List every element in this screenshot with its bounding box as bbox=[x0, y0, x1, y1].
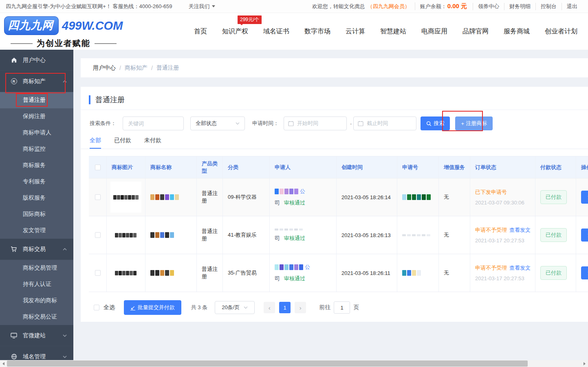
price-badge: 299元/个 bbox=[238, 15, 262, 24]
tab-unpaid[interactable]: 未付款 bbox=[144, 137, 161, 149]
application-no-cell bbox=[397, 216, 439, 254]
prev-page-button[interactable]: ‹ bbox=[264, 302, 275, 313]
view-document-link[interactable]: 查看发文 bbox=[509, 265, 531, 271]
sidebar-item-my-published-trademarks[interactable]: 我发布的商标 bbox=[0, 292, 73, 309]
tab-all[interactable]: 全部 bbox=[90, 137, 101, 149]
applicant-text-fragment: 司 bbox=[275, 235, 280, 241]
goto-page-input[interactable] bbox=[334, 301, 350, 314]
nav-digital-market[interactable]: 数字市场 bbox=[304, 27, 330, 36]
col-created-time: 创建时间 bbox=[337, 156, 397, 178]
row-checkbox[interactable] bbox=[95, 194, 101, 200]
select-all-checkbox[interactable] bbox=[94, 305, 99, 310]
tab-paid[interactable]: 已付款 bbox=[114, 137, 131, 149]
sidebar-item-trademark-ip[interactable]: R 商标知产 bbox=[0, 71, 73, 92]
sidebar-item-domain-management[interactable]: 域名管理 bbox=[0, 346, 73, 360]
nav-service-mall[interactable]: 服务商城 bbox=[504, 27, 530, 36]
row-checkbox[interactable] bbox=[95, 270, 101, 276]
coupon-center-link[interactable]: 领券中心 bbox=[473, 3, 504, 10]
row-checkbox[interactable] bbox=[95, 232, 101, 238]
scroll-left-arrow[interactable] bbox=[0, 360, 7, 367]
applicant-text-fragment: 司 bbox=[275, 275, 280, 281]
register-trademark-button[interactable]: + 注册商标 bbox=[455, 116, 493, 130]
member-level-link[interactable]: （四九九网会员） bbox=[368, 3, 410, 10]
sidebar-item-user-center[interactable]: 用户中心 bbox=[0, 50, 73, 71]
search-button[interactable]: 搜索 bbox=[421, 116, 450, 130]
console-link[interactable]: 控制台 bbox=[535, 3, 562, 10]
sidebar-item-label: 普通注册 bbox=[23, 97, 46, 104]
logo-slogan: 为创业者赋能 bbox=[37, 38, 90, 49]
batch-submit-pay-button[interactable]: ↙ 批量提交并付款 bbox=[124, 300, 181, 315]
sidebar-item-official-site[interactable]: 官微建站 bbox=[0, 325, 73, 346]
order-status-time: 2021-03-07 09:30:06 bbox=[475, 200, 524, 206]
follow-us-dropdown[interactable]: 关注我们 bbox=[189, 3, 215, 10]
sidebar-item-trademark-service[interactable]: 商标服务 bbox=[0, 157, 73, 174]
calendar-icon bbox=[358, 121, 363, 126]
sidebar-item-trademark-trade[interactable]: 商标交易 bbox=[0, 239, 73, 260]
breadcrumb: 用户中心 / 商标知产 / 普通注册 bbox=[81, 58, 588, 77]
site-logo[interactable]: 四九九网 499W.COM 为创业者赋能 bbox=[4, 16, 123, 49]
sidebar-item-trade-notarization[interactable]: 商标交易公证 bbox=[0, 309, 73, 325]
trademark-image bbox=[110, 220, 141, 251]
category-cell: 41-教育娱乐 bbox=[223, 216, 270, 254]
nav-brand-site[interactable]: 品牌官网 bbox=[462, 27, 489, 36]
page-size-select[interactable]: 20条/页 bbox=[215, 301, 255, 314]
sidebar-item-copyright-service[interactable]: 版权服务 bbox=[0, 190, 73, 206]
scrollbar-thumb[interactable] bbox=[7, 360, 528, 367]
review-status: 审核通过 bbox=[284, 200, 305, 206]
sidebar-item-international-trademark[interactable]: 国际商标 bbox=[0, 206, 73, 222]
table-row: 普通注册 09-科学仪器 公 司审核通过 2021-03-05 18:26:14… bbox=[89, 178, 588, 216]
top-utility-bar: 四九九网企服引擎-为中小企业赋能互联网+！ 客服热线：4000-260-659 … bbox=[0, 0, 588, 13]
paid-badge: 已付款 bbox=[540, 266, 567, 280]
status-select[interactable]: 全部状态 bbox=[190, 116, 245, 130]
review-status: 审核通过 bbox=[284, 235, 305, 241]
service-hotline-text: 四九九网企服引擎-为中小企业赋能互联网+！ 客服热线：4000-260-659 bbox=[6, 3, 172, 10]
review-status: 审核通过 bbox=[284, 275, 305, 281]
col-category: 分类 bbox=[223, 156, 270, 178]
sidebar-item-nanny-registration[interactable]: 保姆注册 bbox=[0, 108, 73, 125]
view-button[interactable]: 查看 bbox=[581, 191, 588, 204]
horizontal-scrollbar[interactable] bbox=[0, 360, 588, 367]
nav-ecommerce-app[interactable]: 电商应用 bbox=[421, 27, 447, 36]
nav-cloud-computing[interactable]: 云计算 bbox=[346, 27, 365, 36]
breadcrumb-trademark-ip[interactable]: 商标知产 bbox=[125, 64, 148, 72]
current-page-button[interactable]: 1 bbox=[279, 302, 291, 313]
sidebar-item-trademark-applicant[interactable]: 商标申请人 bbox=[0, 125, 73, 141]
finance-detail-link[interactable]: 财务明细 bbox=[504, 3, 535, 10]
breadcrumb-user-center[interactable]: 用户中心 bbox=[93, 64, 116, 72]
sidebar-item-document-management[interactable]: 发文管理 bbox=[0, 222, 73, 239]
col-payment-status: 付款状态 bbox=[535, 156, 576, 178]
nav-home[interactable]: 首页 bbox=[194, 27, 207, 36]
actions-cell: 查看 bbox=[576, 254, 588, 292]
next-page-button[interactable]: › bbox=[295, 302, 306, 313]
page-title: 普通注册 bbox=[89, 95, 578, 104]
nav-domain-certificate[interactable]: 域名证书 bbox=[263, 27, 289, 36]
trademark-name-cell bbox=[145, 216, 197, 254]
trademark-image bbox=[110, 257, 141, 288]
logout-link[interactable]: 退出 bbox=[562, 3, 582, 10]
nav-intellectual-property[interactable]: 知识产权 bbox=[222, 27, 248, 36]
order-status-time: 2021-03-17 20:27:53 bbox=[475, 275, 531, 281]
view-document-link[interactable]: 查看发文 bbox=[509, 227, 531, 233]
end-date-input[interactable]: 截止时间 bbox=[353, 116, 416, 130]
select-all-checkbox[interactable] bbox=[95, 165, 101, 170]
nav-smart-site[interactable]: 智慧建站 bbox=[380, 27, 406, 36]
sidebar-item-label: 发文管理 bbox=[23, 227, 46, 234]
order-status-cell: 已下发申请号 2021-03-07 09:30:06 bbox=[470, 178, 535, 216]
start-date-input[interactable]: 开始时间 bbox=[284, 116, 347, 130]
sidebar-item-trademark-monitor[interactable]: 商标监控 bbox=[0, 141, 73, 157]
scroll-right-arrow[interactable] bbox=[581, 360, 588, 367]
sidebar-item-patent-service[interactable]: 专利服务 bbox=[0, 174, 73, 190]
view-button[interactable]: 查看 bbox=[581, 229, 588, 242]
sidebar-item-normal-registration[interactable]: 普通注册 bbox=[0, 92, 73, 108]
order-status-text: 申请不予受理 bbox=[475, 265, 507, 271]
order-status-text: 已下发申请号 bbox=[475, 189, 507, 195]
chevron-up-icon bbox=[63, 80, 67, 83]
trademark-name-cell bbox=[145, 178, 197, 216]
applicant-cell: 公 司审核通过 bbox=[270, 178, 337, 216]
keyword-input[interactable] bbox=[123, 116, 184, 130]
nav-entrepreneur-plan[interactable]: 创业者计划 bbox=[545, 27, 577, 36]
sidebar-item-trade-management[interactable]: 商标交易管理 bbox=[0, 260, 73, 276]
sidebar-item-holder-certification[interactable]: 持有人认证 bbox=[0, 276, 73, 292]
view-button[interactable]: 查看 bbox=[581, 266, 588, 279]
home-icon bbox=[11, 57, 17, 64]
